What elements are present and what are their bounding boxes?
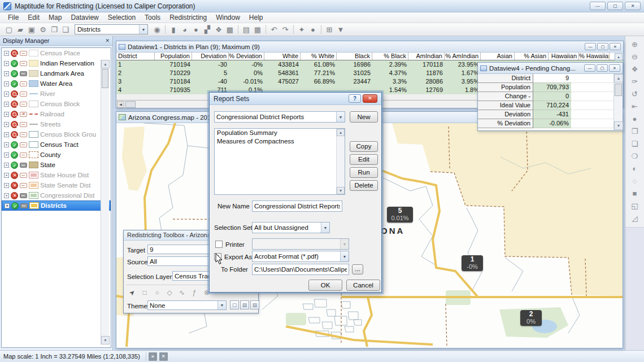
theme-save-button[interactable]: ▤ bbox=[240, 300, 249, 309]
menu-tools[interactable]: Tools bbox=[140, 12, 165, 23]
pointer-tool-icon[interactable]: ➤ bbox=[124, 285, 140, 300]
layer-visible-icon[interactable] bbox=[11, 141, 18, 149]
resize-window-icon[interactable]: ◱ bbox=[628, 200, 642, 212]
help-icon[interactable]: ? bbox=[349, 94, 361, 103]
close-button[interactable]: ✕ bbox=[609, 64, 620, 72]
layer-style-swatch[interactable] bbox=[29, 70, 38, 77]
expand-icon[interactable]: + bbox=[4, 112, 9, 117]
layer-visible-icon[interactable] bbox=[11, 70, 18, 77]
layer-list-scrollbar[interactable]: ▲ ▼ bbox=[101, 60, 109, 344]
layer-row-districts[interactable]: +Districts bbox=[2, 200, 111, 211]
close-icon[interactable]: ✕ bbox=[105, 38, 110, 43]
minimize-button[interactable]: — bbox=[590, 2, 606, 10]
expand-icon[interactable]: + bbox=[4, 142, 9, 147]
pending-change-row[interactable]: Population709,793 bbox=[478, 83, 613, 92]
label-tag-icon[interactable] bbox=[20, 183, 27, 188]
scroll-up-icon[interactable]: ▲ bbox=[101, 60, 110, 68]
expand-icon[interactable]: + bbox=[5, 203, 10, 208]
scroll-left-icon[interactable]: ◀ bbox=[117, 101, 124, 108]
label-tag-icon[interactable] bbox=[20, 51, 27, 56]
layer-row-census-block[interactable]: +Census Block bbox=[2, 99, 111, 109]
layer-row-landmark-area[interactable]: +Landmark Area bbox=[2, 68, 111, 78]
close-button[interactable]: ✕ bbox=[610, 43, 621, 50]
close-status-icon[interactable]: ✕ bbox=[159, 352, 168, 361]
export-as-checkbox[interactable]: ✓ bbox=[214, 253, 221, 260]
previous-view-icon[interactable]: ↺ bbox=[628, 88, 642, 101]
chevron-down-icon[interactable]: ▼ bbox=[336, 112, 345, 122]
dataview4-rows[interactable]: District9Population709,793Change - Popul… bbox=[478, 74, 613, 128]
layer-visible-icon[interactable] bbox=[11, 202, 19, 210]
label-tag-icon[interactable] bbox=[20, 173, 27, 178]
polyline-select-icon[interactable]: ∿ bbox=[176, 287, 188, 298]
scrollbar-thumb[interactable] bbox=[102, 69, 108, 88]
chevron-down-icon[interactable]: ▼ bbox=[321, 223, 329, 233]
scroll-up-icon[interactable]: ▲ bbox=[614, 74, 623, 82]
label-tag-icon[interactable] bbox=[20, 152, 27, 158]
map-layers-icon[interactable]: ▤ bbox=[241, 24, 252, 35]
scrollbar-thumb[interactable] bbox=[615, 84, 622, 96]
report-list-item[interactable]: Population Summary bbox=[215, 129, 336, 137]
copy-button[interactable]: Copy bbox=[350, 141, 378, 152]
layer-scale-hidden-icon[interactable] bbox=[11, 111, 18, 118]
layer-style-swatch[interactable] bbox=[29, 101, 38, 107]
menu-map[interactable]: Map bbox=[44, 12, 66, 23]
printer-checkbox[interactable] bbox=[215, 241, 223, 248]
freeform-select-icon[interactable]: ◇ bbox=[163, 287, 176, 298]
pending-change-row[interactable]: Change - Population0 bbox=[478, 92, 613, 101]
label-tag-icon[interactable] bbox=[20, 112, 27, 117]
layer-style-swatch[interactable] bbox=[29, 121, 38, 128]
layer-style-swatch[interactable] bbox=[29, 162, 38, 168]
pan-hand-icon[interactable]: ❖ bbox=[628, 63, 642, 76]
listbox-scrollbar[interactable]: ▲ ▼ bbox=[336, 129, 345, 194]
zoom-in-icon[interactable]: ⊕ bbox=[628, 38, 642, 51]
to-folder-input[interactable] bbox=[252, 264, 349, 275]
layer-row-railroad[interactable]: +Railroad bbox=[2, 109, 111, 119]
scroll-down-icon[interactable]: ▼ bbox=[101, 336, 110, 344]
chevron-down-icon[interactable]: ▼ bbox=[217, 301, 226, 309]
label-tag-icon[interactable] bbox=[20, 132, 27, 137]
menu-redistricting[interactable]: Redistricting bbox=[165, 12, 211, 23]
layer-off-icon[interactable] bbox=[11, 192, 18, 199]
undo-icon[interactable]: ↶ bbox=[268, 24, 280, 35]
redo-icon[interactable]: ↷ bbox=[280, 24, 291, 35]
new-name-input[interactable] bbox=[252, 200, 342, 212]
layer-row-census-place[interactable]: +Census Place bbox=[2, 48, 111, 58]
column-header-white[interactable]: White bbox=[264, 53, 301, 60]
layer-style-swatch[interactable] bbox=[29, 111, 38, 117]
label-tag-icon[interactable] bbox=[20, 163, 27, 168]
layer-row-state-house-dist[interactable]: +State House Dist bbox=[2, 170, 111, 180]
layer-scale-hidden-icon[interactable] bbox=[11, 121, 18, 128]
dot-density-theme-icon[interactable]: ● bbox=[190, 24, 202, 35]
expand-icon[interactable]: + bbox=[4, 152, 9, 158]
chart-theme-icon[interactable]: ▞ bbox=[202, 24, 213, 35]
label-tag-icon[interactable] bbox=[20, 203, 28, 208]
info-tool-icon[interactable]: ● bbox=[307, 24, 319, 35]
fill-style-icon[interactable]: ■ bbox=[628, 187, 642, 200]
highlight-theme-icon[interactable]: ❖ bbox=[213, 24, 224, 35]
find-icon[interactable]: ◉ bbox=[151, 24, 163, 35]
pending-change-row[interactable]: Deviation-431 bbox=[478, 110, 613, 119]
menu-edit[interactable]: Edit bbox=[23, 12, 44, 23]
scroll-down-icon[interactable]: ▼ bbox=[337, 187, 345, 194]
layer-scale-hidden-icon[interactable] bbox=[11, 90, 18, 98]
column-header-district[interactable]: District bbox=[116, 53, 155, 60]
label-tag-icon[interactable] bbox=[20, 61, 27, 66]
edit-button[interactable]: Edit bbox=[350, 154, 378, 165]
label-tag-icon[interactable] bbox=[20, 193, 27, 198]
scroll-up-icon[interactable]: ▲ bbox=[337, 129, 345, 136]
layer-visible-icon[interactable] bbox=[11, 162, 18, 169]
maximize-button[interactable]: ▢ bbox=[607, 2, 623, 10]
layer-style-swatch[interactable] bbox=[29, 172, 38, 178]
layer-row-state[interactable]: +State bbox=[2, 160, 111, 170]
copy-paste-icon[interactable]: ❐ bbox=[49, 24, 60, 35]
expand-icon[interactable]: + bbox=[4, 81, 9, 86]
initial-view-icon[interactable]: ⇤ bbox=[628, 101, 642, 113]
layer-style-swatch[interactable] bbox=[29, 131, 38, 138]
scroll-up-icon[interactable]: ▲ bbox=[615, 53, 623, 60]
column-header--deviation[interactable]: % Deviation bbox=[229, 53, 264, 60]
layer-visible-icon[interactable] bbox=[11, 151, 18, 159]
column-header-deviation[interactable]: Deviation bbox=[192, 53, 229, 60]
save-icon[interactable]: ▣ bbox=[26, 24, 37, 35]
expand-icon[interactable]: + bbox=[4, 61, 9, 66]
new-workspace-icon[interactable]: ▢ bbox=[3, 24, 15, 35]
